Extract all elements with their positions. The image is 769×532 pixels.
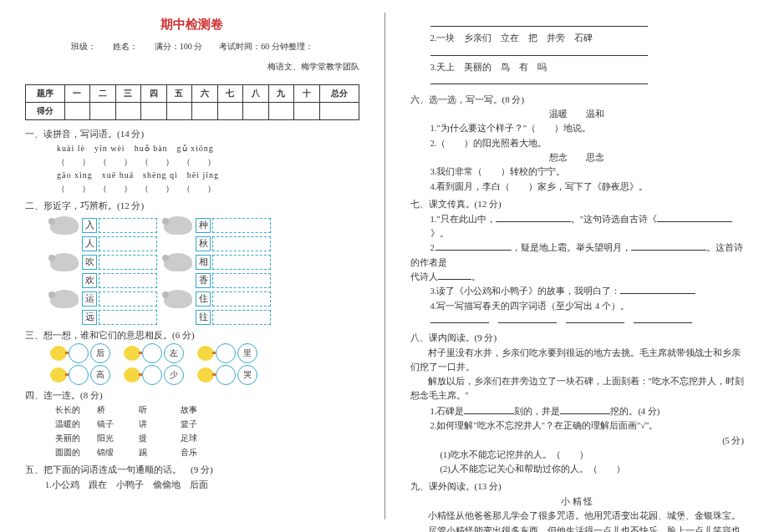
th: 三	[115, 85, 141, 103]
text: 3.读了《小公鸡和小鸭子》的故事，我明白了：	[430, 286, 621, 296]
write-line	[212, 236, 271, 251]
char-box: 香	[196, 273, 211, 288]
char-circle: 后	[90, 343, 110, 363]
option-item: (1)吃水不能忘记挖井的人。（ ）	[441, 448, 745, 462]
credit-line: 梅语文、梅学堂教学团队	[25, 61, 359, 73]
char-box: 相	[196, 255, 211, 270]
write-line	[212, 255, 271, 270]
text: 代诗人	[410, 272, 438, 281]
char-circle: 左	[164, 343, 184, 363]
th: 十	[294, 85, 320, 103]
match-item: 圆圆的	[55, 445, 97, 459]
td	[90, 103, 116, 120]
page-left: 期中检测卷 班级： 姓名： 满分：100 分 考试时间：60 分钟整理： 梅语文…	[0, 0, 384, 532]
th: 题序	[26, 85, 65, 103]
th: 七	[217, 85, 243, 103]
section-4: 四、连一连。(8 分) 长长的桥听故事 温暖的镜子讲篮子 美丽的阳光提足球 圆圆…	[25, 388, 359, 460]
answer-circle	[69, 343, 89, 363]
text: 1."只在此山中，	[430, 215, 496, 224]
text: 2.	[430, 241, 437, 255]
exam-title: 期中检测卷	[25, 17, 359, 33]
match-item: 温暖的	[55, 417, 97, 431]
elephant-icon	[164, 290, 192, 308]
chick-icon	[124, 367, 140, 383]
td	[243, 103, 269, 120]
char-circle: 里	[237, 343, 257, 363]
match-item: 提	[139, 431, 181, 445]
td	[64, 103, 90, 120]
text: 挖的。(4 分)	[610, 407, 660, 416]
char-box: 入	[82, 218, 97, 233]
section-9: 九、课外阅读。(13 分) 小 精 怪 小精怪从他爸爸那儿学会了很多咒语。他用咒…	[410, 479, 745, 532]
section-2: 二、形近字，巧辨析。(12 分) 入种 人秋 吹相 欢香 运住 远往	[25, 199, 359, 326]
section-title: 六、选一选，写一写。(8 分)	[410, 93, 745, 108]
th: 得分	[26, 103, 65, 120]
section-7: 七、课文传真。(12 分) 1."只在此山中，。"这句诗选自古诗《》。 2.，疑…	[410, 197, 745, 327]
word-pair: 温暖 温和	[410, 107, 745, 121]
passage-text: 村子里没有水井，乡亲们吃水要到很远的地方去挑。毛主席就带领战士和乡亲们挖了一口井…	[410, 347, 745, 375]
td	[115, 103, 141, 120]
char-box: 运	[82, 291, 97, 307]
question-item: 2.如何理解"吃水不忘挖井人"？在正确的理解后面画"√"。	[430, 418, 745, 433]
question-item: 代诗人。	[410, 270, 745, 284]
question-item: 1.石碑是刻的，井是挖的。(4 分)	[430, 404, 745, 418]
th: 九	[268, 85, 294, 103]
table-row: 题序 一 二 三 四 五 六 七 八 九 十 总分	[26, 85, 359, 103]
char-circle: 哭	[237, 365, 257, 385]
td	[217, 103, 243, 120]
td	[166, 103, 192, 120]
question-item: 2.（ ）的阳光照着大地。	[430, 136, 745, 150]
char-box: 远	[82, 310, 97, 325]
th: 六	[192, 85, 218, 103]
match-item: 锦缎	[97, 445, 139, 459]
section-title: 四、连一连。(8 分)	[25, 388, 359, 403]
th: 二	[90, 85, 116, 103]
question-item: 1."只在此山中，。"这句诗选自古诗《》。	[430, 212, 745, 241]
section-title: 二、形近字，巧辨析。(12 分)	[25, 199, 359, 214]
char-box: 住	[196, 291, 211, 307]
text: 1.石碑是	[430, 407, 465, 416]
section-5: 五、把下面的词语连成一句通顺的话。 (9 分) 1.小公鸡 跟在 小鸭子 偷偷地…	[25, 463, 359, 492]
story-text: 小精怪从他爸爸那儿学会了很多咒语。他用咒语变出花园、城堡、金银珠宝。	[410, 509, 745, 524]
section-title: 八、课内阅读。(9 分)	[410, 331, 745, 346]
elephant-icon	[50, 253, 79, 271]
write-line	[212, 291, 271, 307]
score-table: 题序 一 二 三 四 五 六 七 八 九 十 总分 得分	[25, 84, 359, 120]
paren-line: （ ） （ ） （ ） （ ）	[57, 182, 359, 195]
write-line	[212, 273, 271, 288]
elephant-icon	[164, 253, 192, 271]
char-box: 种	[196, 218, 211, 233]
story-title: 小 精 怪	[410, 494, 745, 509]
question-item: 1.小公鸡 跟在 小鸭子 偷偷地 后面	[45, 478, 359, 492]
section-title: 七、课文传真。(12 分)	[410, 197, 745, 212]
th: 五	[166, 85, 192, 103]
td	[268, 103, 294, 120]
answer-line	[430, 46, 745, 60]
story-text: 尽管小精怪能变出很多东西，但他生活得一点儿也不快乐，脸上一点儿笑容也没有。	[410, 524, 745, 532]
section-title: 五、把下面的词语连成一句通顺的话。 (9 分)	[25, 463, 359, 478]
td	[319, 103, 359, 120]
match-item: 音乐	[181, 445, 222, 459]
th: 四	[141, 85, 167, 103]
word-pair: 想念 思念	[410, 150, 745, 165]
answer-line	[430, 17, 745, 31]
chick-icon	[50, 367, 67, 383]
answer-circle	[69, 365, 89, 385]
write-line	[99, 255, 157, 270]
answer-line	[430, 313, 745, 327]
match-item: 踢	[139, 445, 181, 459]
answer-line	[430, 74, 745, 89]
match-item: 篮子	[181, 417, 222, 431]
score-note: (5 分)	[410, 433, 745, 448]
match-item: 故事	[181, 403, 222, 417]
section-title: 一、读拼音，写词语。(14 分)	[25, 127, 359, 142]
section-8: 八、课内阅读。(9 分) 村子里没有水井，乡亲们吃水要到很远的地方去挑。毛主席就…	[410, 331, 745, 476]
td	[141, 103, 167, 120]
write-line	[99, 310, 157, 325]
match-item: 足球	[181, 431, 222, 445]
char-box: 人	[82, 236, 97, 251]
answer-circle	[142, 343, 162, 363]
match-item: 听	[139, 403, 181, 417]
th: 一	[64, 85, 90, 103]
page-right: 2.一块 乡亲们 立在 把 井旁 石碑 3.天上 美丽的 鸟 有 吗 六、选一选…	[385, 0, 770, 532]
